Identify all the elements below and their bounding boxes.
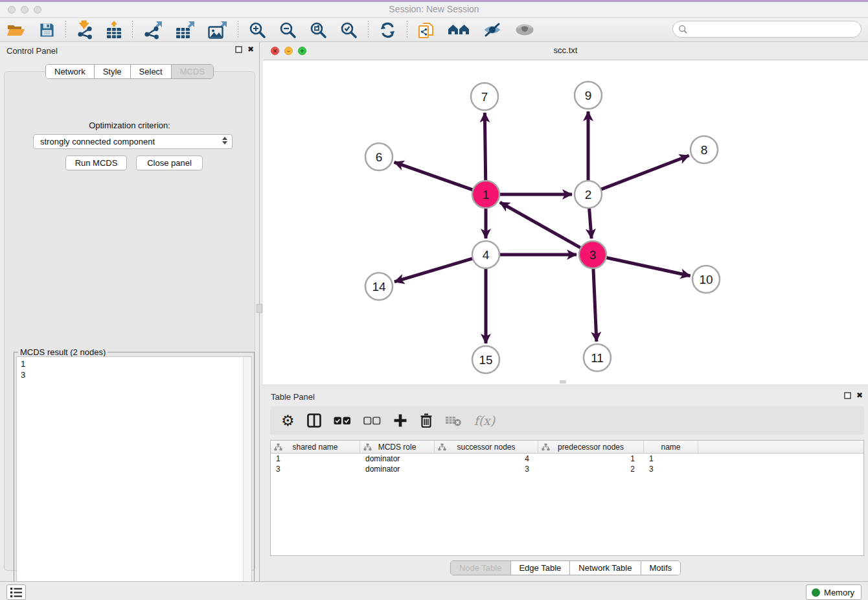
- network-canvas[interactable]: 1234678910111415: [263, 60, 868, 384]
- export-image-button[interactable]: [201, 20, 234, 40]
- window-titlebar: Session: New Session: [0, 2, 868, 18]
- tab-network-table[interactable]: Network Table: [569, 561, 640, 575]
- new-network-from-selection-button[interactable]: [411, 20, 441, 40]
- node-label: 1: [483, 188, 490, 202]
- node-label: 3: [589, 248, 597, 262]
- column-header-successor-nodes[interactable]: successor nodes: [435, 441, 538, 453]
- graph-node-10[interactable]: 10: [692, 266, 720, 293]
- export-network-button[interactable]: [137, 20, 169, 40]
- table-cell[interactable]: 1: [271, 454, 360, 464]
- column-header-predecessor-nodes[interactable]: predecessor nodes: [538, 441, 644, 453]
- table-cell[interactable]: 4: [435, 454, 538, 464]
- control-panel-tabs: NetworkStyleSelectMCDS: [45, 64, 214, 79]
- tab-mcds[interactable]: MCDS: [171, 65, 213, 78]
- graph-node-11[interactable]: 11: [584, 344, 611, 371]
- column-header-name[interactable]: name: [644, 441, 698, 453]
- vertical-splitter-handle[interactable]: [257, 304, 262, 313]
- search-field-container[interactable]: [672, 21, 862, 38]
- column-header-shared-name[interactable]: shared name: [271, 441, 360, 453]
- mcds-tab-pane: Optimization criterion: strongly connect…: [4, 71, 255, 571]
- canvas-scrollbar-hint[interactable]: [560, 380, 566, 384]
- table-cell[interactable]: dominator: [360, 464, 435, 474]
- close-table-panel-icon[interactable]: ✖: [856, 392, 863, 399]
- zoom-fit-button[interactable]: [303, 20, 334, 40]
- toolbar-separator: [368, 21, 369, 39]
- table-cell[interactable]: 3: [271, 464, 360, 474]
- tab-select[interactable]: Select: [130, 65, 171, 78]
- column-header-MCDS-role[interactable]: MCDS role: [360, 441, 435, 453]
- memory-button[interactable]: Memory: [806, 584, 862, 600]
- result-scrollbar[interactable]: [243, 357, 251, 594]
- add-column-button[interactable]: [393, 413, 407, 428]
- save-session-button[interactable]: [32, 20, 62, 40]
- graph-node-9[interactable]: 9: [575, 82, 602, 109]
- table-cell[interactable]: dominator: [360, 454, 435, 464]
- export-table-button[interactable]: [169, 20, 201, 40]
- task-history-button[interactable]: [6, 584, 26, 600]
- float-table-panel-icon[interactable]: [844, 392, 851, 399]
- first-neighbors-button[interactable]: [441, 20, 476, 40]
- split-table-button[interactable]: [307, 413, 321, 428]
- select-all-icon: [334, 416, 351, 426]
- delete-column-button[interactable]: [420, 413, 433, 428]
- graph-node-4[interactable]: 4: [472, 241, 499, 268]
- graph-node-1[interactable]: 1: [472, 181, 499, 208]
- edge-4-14[interactable]: [394, 259, 473, 282]
- zoom-selected-button[interactable]: [334, 20, 364, 40]
- refresh-layout-button[interactable]: [372, 20, 403, 40]
- edge-2-3[interactable]: [589, 208, 592, 238]
- network-graph[interactable]: 1234678910111415: [263, 60, 868, 384]
- zoom-out-button[interactable]: [273, 20, 303, 40]
- table-cell[interactable]: 3: [644, 464, 698, 474]
- graph-node-8[interactable]: 8: [691, 136, 718, 163]
- tab-edge-table[interactable]: Edge Table: [510, 561, 569, 575]
- open-session-button[interactable]: [0, 20, 32, 40]
- select-all-rows-button[interactable]: [334, 416, 351, 426]
- mcds-result-node: 3: [21, 369, 247, 380]
- float-panel-icon[interactable]: [235, 46, 242, 53]
- split-columns-icon: [307, 413, 321, 428]
- tab-network[interactable]: Network: [46, 65, 94, 78]
- table-cell[interactable]: 3: [435, 464, 538, 474]
- hide-selected-button[interactable]: [476, 20, 508, 40]
- export-image-icon: [208, 20, 227, 40]
- mcds-result-area[interactable]: 13: [16, 356, 252, 594]
- edge-1-6[interactable]: [394, 162, 474, 190]
- close-panel-icon[interactable]: ✖: [247, 46, 254, 53]
- run-mcds-button[interactable]: Run MCDS: [65, 156, 127, 170]
- tab-motifs[interactable]: Motifs: [640, 561, 680, 575]
- table-row[interactable]: 3dominator323: [271, 464, 863, 474]
- edge-2-8[interactable]: [601, 156, 689, 189]
- edge-3-10[interactable]: [606, 257, 691, 275]
- table-cell[interactable]: 2: [538, 464, 644, 474]
- table-cell[interactable]: 1: [644, 454, 698, 464]
- graph-node-15[interactable]: 15: [472, 346, 499, 373]
- table-settings-button[interactable]: ⚙: [281, 413, 295, 428]
- import-table-button[interactable]: [100, 20, 128, 40]
- node-table[interactable]: shared nameMCDS rolesuccessor nodesprede…: [270, 440, 864, 556]
- graph-node-14[interactable]: 14: [365, 273, 393, 300]
- open-folder-icon: [6, 22, 26, 38]
- show-all-button[interactable]: [508, 20, 541, 40]
- delete-table-icon: [445, 415, 462, 426]
- table-cell[interactable]: 1: [538, 454, 644, 464]
- edge-3-11[interactable]: [593, 268, 597, 341]
- column-type-icon: [274, 443, 282, 451]
- tab-node-table[interactable]: Node Table: [451, 561, 510, 575]
- edge-3-1[interactable]: [500, 202, 581, 248]
- tab-style[interactable]: Style: [94, 65, 130, 78]
- criterion-dropdown[interactable]: strongly connected component: [33, 134, 233, 149]
- import-network-button[interactable]: [70, 20, 100, 40]
- graph-node-7[interactable]: 7: [471, 83, 498, 110]
- search-input[interactable]: [688, 25, 850, 34]
- function-builder-button[interactable]: f(x): [474, 413, 496, 428]
- deselect-all-rows-button[interactable]: [363, 416, 381, 426]
- edge-1-7[interactable]: [485, 113, 485, 181]
- graph-node-3[interactable]: 3: [579, 241, 606, 268]
- table-row[interactable]: 1dominator411: [271, 454, 863, 464]
- delete-table-button[interactable]: [445, 415, 462, 426]
- graph-node-6[interactable]: 6: [365, 143, 393, 170]
- close-panel-button[interactable]: Close panel: [136, 156, 203, 170]
- graph-node-2[interactable]: 2: [575, 181, 602, 208]
- zoom-in-button[interactable]: [242, 20, 273, 40]
